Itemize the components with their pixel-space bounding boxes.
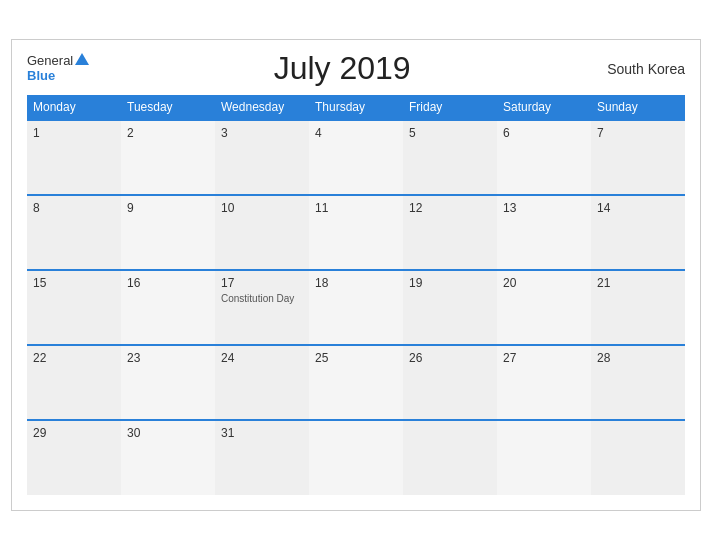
logo-blue: Blue (27, 69, 89, 83)
day-number: 6 (503, 126, 585, 140)
day-number: 20 (503, 276, 585, 290)
logo-general: General (27, 54, 73, 68)
calendar-cell: 16 (121, 270, 215, 345)
calendar-cell: 9 (121, 195, 215, 270)
day-number: 23 (127, 351, 209, 365)
logo-top: General (27, 54, 89, 68)
calendar-cell: 10 (215, 195, 309, 270)
day-number: 17 (221, 276, 303, 290)
day-number: 10 (221, 201, 303, 215)
calendar-week-row: 891011121314 (27, 195, 685, 270)
day-number: 15 (33, 276, 115, 290)
day-number: 5 (409, 126, 491, 140)
day-number: 29 (33, 426, 115, 440)
calendar-cell: 26 (403, 345, 497, 420)
calendar-cell: 28 (591, 345, 685, 420)
day-number: 27 (503, 351, 585, 365)
day-number: 18 (315, 276, 397, 290)
calendar-cell (497, 420, 591, 495)
country-label: South Korea (595, 61, 685, 77)
logo-wrapper: General Blue (27, 54, 89, 83)
calendar-cell: 7 (591, 120, 685, 195)
day-number: 28 (597, 351, 679, 365)
weekday-wednesday: Wednesday (215, 95, 309, 120)
logo-triangle-icon (75, 53, 89, 65)
weekday-tuesday: Tuesday (121, 95, 215, 120)
calendar-container: General Blue July 2019 South Korea Monda… (11, 39, 701, 511)
day-number: 3 (221, 126, 303, 140)
day-number: 1 (33, 126, 115, 140)
calendar-cell: 6 (497, 120, 591, 195)
weekday-thursday: Thursday (309, 95, 403, 120)
weekday-monday: Monday (27, 95, 121, 120)
calendar-cell: 3 (215, 120, 309, 195)
calendar-cell: 13 (497, 195, 591, 270)
calendar-cell: 8 (27, 195, 121, 270)
day-number: 8 (33, 201, 115, 215)
day-number: 31 (221, 426, 303, 440)
day-number: 12 (409, 201, 491, 215)
day-number: 22 (33, 351, 115, 365)
calendar-cell: 19 (403, 270, 497, 345)
calendar-week-row: 1234567 (27, 120, 685, 195)
calendar-cell: 21 (591, 270, 685, 345)
calendar-cell: 12 (403, 195, 497, 270)
calendar-cell: 25 (309, 345, 403, 420)
calendar-cell: 18 (309, 270, 403, 345)
calendar-title: July 2019 (89, 50, 595, 87)
day-number: 16 (127, 276, 209, 290)
day-number: 7 (597, 126, 679, 140)
day-number: 21 (597, 276, 679, 290)
calendar-header: General Blue July 2019 South Korea (27, 50, 685, 87)
day-number: 9 (127, 201, 209, 215)
weekday-friday: Friday (403, 95, 497, 120)
calendar-cell: 20 (497, 270, 591, 345)
day-number: 25 (315, 351, 397, 365)
day-number: 26 (409, 351, 491, 365)
calendar-cell: 23 (121, 345, 215, 420)
calendar-week-row: 22232425262728 (27, 345, 685, 420)
calendar-cell: 27 (497, 345, 591, 420)
logo: General Blue (27, 54, 89, 83)
calendar-week-row: 151617Constitution Day18192021 (27, 270, 685, 345)
calendar-cell: 30 (121, 420, 215, 495)
calendar-cell: 1 (27, 120, 121, 195)
weekday-saturday: Saturday (497, 95, 591, 120)
calendar-cell: 14 (591, 195, 685, 270)
day-number: 2 (127, 126, 209, 140)
day-number: 4 (315, 126, 397, 140)
weekday-sunday: Sunday (591, 95, 685, 120)
calendar-cell: 31 (215, 420, 309, 495)
calendar-cell: 4 (309, 120, 403, 195)
calendar-cell: 24 (215, 345, 309, 420)
calendar-cell: 17Constitution Day (215, 270, 309, 345)
calendar-cell: 15 (27, 270, 121, 345)
event-label: Constitution Day (221, 293, 303, 304)
calendar-cell (591, 420, 685, 495)
calendar-cell: 29 (27, 420, 121, 495)
calendar-cell: 22 (27, 345, 121, 420)
calendar-cell: 11 (309, 195, 403, 270)
calendar-cell: 5 (403, 120, 497, 195)
calendar-cell (309, 420, 403, 495)
calendar-table: Monday Tuesday Wednesday Thursday Friday… (27, 95, 685, 495)
day-number: 13 (503, 201, 585, 215)
weekday-header-row: Monday Tuesday Wednesday Thursday Friday… (27, 95, 685, 120)
calendar-cell (403, 420, 497, 495)
day-number: 24 (221, 351, 303, 365)
day-number: 11 (315, 201, 397, 215)
calendar-cell: 2 (121, 120, 215, 195)
day-number: 30 (127, 426, 209, 440)
calendar-week-row: 293031 (27, 420, 685, 495)
day-number: 14 (597, 201, 679, 215)
day-number: 19 (409, 276, 491, 290)
